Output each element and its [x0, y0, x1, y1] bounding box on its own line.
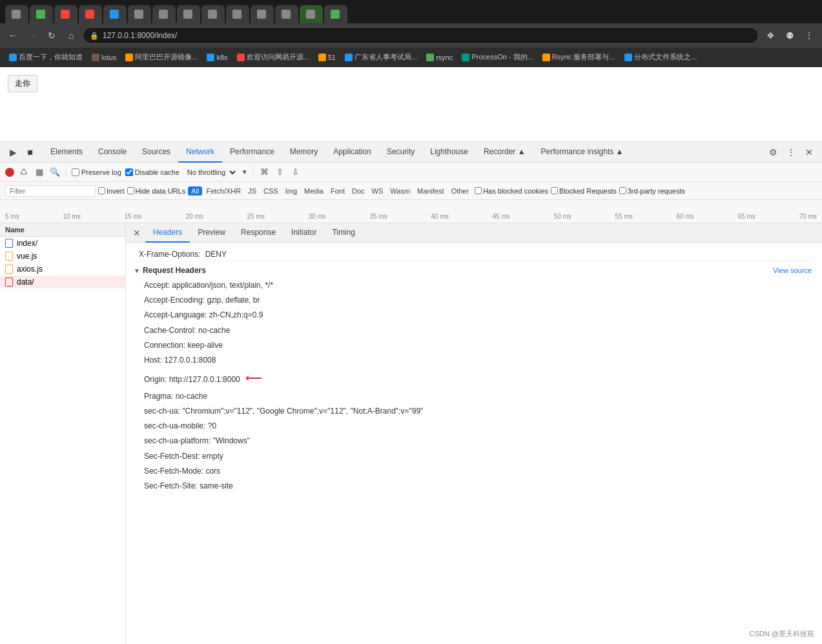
- bookmark-item[interactable]: 欢迎访问网易开源...: [233, 51, 313, 63]
- extensions-button[interactable]: ❖: [763, 28, 778, 43]
- devtools-tab-performance-insights-▲[interactable]: Performance insights ▲: [533, 142, 632, 163]
- has-blocked-cookies-checkbox[interactable]: [475, 187, 482, 194]
- browser-tab-t8[interactable]: [177, 5, 200, 23]
- devtools-tab-performance[interactable]: Performance: [222, 142, 282, 163]
- preserve-log-checkbox[interactable]: [72, 168, 79, 176]
- devtools-inspect-button[interactable]: ▶: [5, 145, 21, 160]
- hide-data-urls-checkbox-label[interactable]: Hide data URLs: [127, 187, 186, 195]
- browser-tab-t11[interactable]: [251, 5, 274, 23]
- throttle-select[interactable]: No throttling: [183, 168, 238, 177]
- browser-tab-t3[interactable]: [54, 5, 77, 23]
- request-headers-section[interactable]: ▼ Request Headers View source: [134, 265, 814, 276]
- devtools-tab-network[interactable]: Network: [178, 142, 222, 163]
- filter-chip-doc[interactable]: Doc: [349, 186, 368, 196]
- devtools-close-button[interactable]: ✕: [801, 145, 817, 160]
- bookmark-item[interactable]: 百度一下，你就知道: [5, 51, 87, 63]
- blocked-requests-label[interactable]: Blocked Requests: [551, 187, 617, 195]
- home-button[interactable]: ⌂: [63, 28, 79, 43]
- devtools-tab-recorder-▲[interactable]: Recorder ▲: [476, 142, 533, 163]
- devtools-tab-console[interactable]: Console: [90, 142, 134, 163]
- browser-tab-t7[interactable]: [152, 5, 176, 23]
- devtools-tab-elements[interactable]: Elements: [43, 142, 90, 163]
- bookmark-item[interactable]: k8s: [203, 52, 231, 63]
- filter-chip-wasm[interactable]: Wasm: [387, 186, 413, 196]
- invert-checkbox[interactable]: [98, 187, 105, 194]
- filter-chip-manifest[interactable]: Manifest: [414, 186, 447, 196]
- throttle-arrow[interactable]: ▼: [241, 168, 248, 176]
- filter-chip-all[interactable]: All: [188, 186, 202, 196]
- disable-cache-label[interactable]: Disable cache: [125, 168, 180, 176]
- detail-tab-response[interactable]: Response: [233, 223, 283, 243]
- file-item[interactable]: vue.js: [0, 250, 125, 263]
- detail-tab-headers[interactable]: Headers: [145, 223, 190, 243]
- devtools-tab-security[interactable]: Security: [379, 142, 422, 163]
- browser-tab-t14[interactable]: [324, 5, 347, 23]
- filter-input[interactable]: [5, 185, 96, 197]
- detail-tab-timing[interactable]: Timing: [324, 223, 363, 243]
- view-source-button[interactable]: View source: [770, 265, 814, 276]
- file-item[interactable]: index/: [0, 237, 125, 250]
- browser-tab-t5[interactable]: [103, 5, 127, 23]
- browser-tab-t2[interactable]: [30, 5, 53, 23]
- upload-button[interactable]: ⇧: [274, 166, 286, 178]
- browser-tab-t12[interactable]: [275, 5, 298, 23]
- browser-tab-t13[interactable]: [300, 5, 323, 23]
- reload-button[interactable]: ↻: [44, 28, 59, 43]
- timeline-label: 35 ms: [370, 213, 387, 220]
- bookmark-item[interactable]: 51: [314, 52, 340, 63]
- invert-checkbox-label[interactable]: Invert: [98, 187, 125, 195]
- search-button[interactable]: 🔍: [49, 166, 61, 178]
- devtools-tab-memory[interactable]: Memory: [282, 142, 325, 163]
- filter-chip-media[interactable]: Media: [301, 186, 327, 196]
- filter-chip-other[interactable]: Other: [448, 186, 473, 196]
- bookmark-item[interactable]: Rsync 服务部署与...: [539, 51, 619, 63]
- filter-chip-img[interactable]: Img: [282, 186, 300, 196]
- devtools-settings-button[interactable]: ⚙: [765, 145, 781, 160]
- devtools-tab-lighthouse[interactable]: Lighthouse: [422, 142, 476, 163]
- back-button[interactable]: ←: [5, 28, 21, 43]
- bookmark-item[interactable]: 广东省人事考试局...: [341, 51, 421, 63]
- filter-chip-font[interactable]: Font: [327, 186, 348, 196]
- devtools-tab-sources[interactable]: Sources: [134, 142, 178, 163]
- browser-tab-t1[interactable]: [5, 5, 28, 23]
- wifi-button[interactable]: ⌘: [259, 166, 271, 178]
- browser-tab-t10[interactable]: [226, 5, 249, 23]
- devtools-tab-application[interactable]: Application: [325, 142, 379, 163]
- bookmark-item[interactable]: 分布式文件系统之...: [621, 51, 701, 63]
- third-party-label[interactable]: 3rd-party requests: [619, 187, 685, 195]
- bookmark-item[interactable]: rsync: [422, 52, 457, 63]
- filter-chip-fetch/xhr[interactable]: Fetch/XHR: [203, 186, 244, 196]
- devtools-more-button[interactable]: ⋮: [783, 145, 799, 160]
- address-bar[interactable]: 🔒 127.0.0.1:8000/index/: [83, 27, 759, 44]
- disable-cache-checkbox[interactable]: [125, 168, 133, 176]
- filter-chip-ws[interactable]: WS: [369, 186, 387, 196]
- bookmark-item[interactable]: 阿里巴巴开源镜像...: [121, 51, 201, 63]
- record-button[interactable]: [5, 168, 14, 177]
- filter-chip-js[interactable]: JS: [245, 186, 260, 196]
- file-item[interactable]: data/: [0, 276, 125, 288]
- devtools-device-button[interactable]: ◾: [22, 145, 37, 160]
- profile-button[interactable]: ⚉: [782, 28, 797, 43]
- menu-button[interactable]: ⋮: [801, 28, 817, 43]
- bookmark-item[interactable]: ProcessOn - 我的...: [458, 51, 537, 63]
- clear-button[interactable]: ♺: [18, 166, 30, 178]
- browser-tab-t9[interactable]: [201, 5, 225, 23]
- blocked-requests-checkbox[interactable]: [551, 187, 558, 194]
- detail-tab-preview[interactable]: Preview: [190, 223, 233, 243]
- bookmark-item[interactable]: lotus: [88, 52, 120, 63]
- detail-tab-initiator[interactable]: Initiator: [283, 223, 324, 243]
- detail-close-button[interactable]: ✕: [131, 227, 143, 239]
- file-item[interactable]: axios.js: [0, 263, 125, 276]
- filter-button[interactable]: ▦: [34, 166, 45, 178]
- page-main-button[interactable]: 走你: [8, 75, 37, 92]
- preserve-log-label[interactable]: Preserve log: [72, 168, 121, 176]
- browser-tab-t4[interactable]: [79, 5, 102, 23]
- third-party-checkbox[interactable]: [619, 187, 626, 194]
- has-blocked-cookies-label[interactable]: Has blocked cookies: [475, 187, 548, 195]
- tab-favicon: [208, 10, 217, 19]
- download-button[interactable]: ⇩: [290, 166, 302, 178]
- hide-data-urls-checkbox[interactable]: [127, 187, 134, 194]
- forward-button[interactable]: →: [25, 28, 40, 43]
- filter-chip-css[interactable]: CSS: [260, 186, 282, 196]
- browser-tab-t6[interactable]: [128, 5, 151, 23]
